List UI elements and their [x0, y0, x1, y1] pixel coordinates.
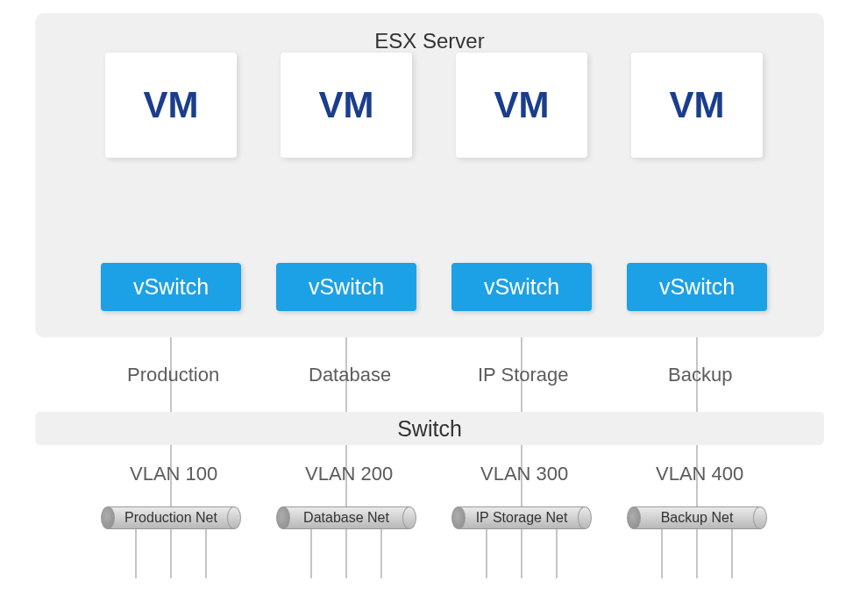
- vlan-label-200: VLAN 200: [305, 463, 393, 485]
- vswitch-label: vSwitch: [309, 274, 384, 300]
- vswitch-box-1: vSwitch: [101, 263, 241, 311]
- vm-label: VM: [670, 84, 725, 126]
- switch-bar: Switch: [35, 412, 824, 445]
- net-cyl-label: IP Storage Net: [451, 506, 592, 529]
- netlabel-database: Database: [309, 364, 391, 386]
- vswitch-box-2: vSwitch: [276, 263, 416, 311]
- vm-box-1: VM: [105, 53, 237, 158]
- vswitch-box-4: vSwitch: [627, 263, 767, 311]
- vm-label: VM: [144, 84, 199, 126]
- net-cylinder-database: Database Net: [276, 506, 416, 529]
- vm-box-4: VM: [631, 53, 763, 158]
- net-cylinder-production: Production Net: [101, 506, 241, 529]
- vswitch-box-3: vSwitch: [451, 263, 592, 311]
- diagram-canvas: ESX Server VM VM VM VM vSwitch vSwitch v…: [0, 0, 860, 616]
- vlan-label-400: VLAN 400: [656, 463, 743, 485]
- net-cylinder-backup: Backup Net: [627, 506, 767, 529]
- vm-label: VM: [319, 84, 374, 126]
- esx-server-title: ESX Server: [35, 29, 824, 53]
- netlabel-ipstorage: IP Storage: [478, 364, 569, 386]
- net-cyl-label: Backup Net: [627, 506, 767, 529]
- vlan-label-100: VLAN 100: [130, 463, 217, 485]
- net-cylinder-ipstorage: IP Storage Net: [451, 506, 592, 529]
- vswitch-label: vSwitch: [133, 274, 209, 300]
- net-cyl-label: Production Net: [101, 506, 241, 529]
- net-cyl-label: Database Net: [276, 506, 416, 529]
- vswitch-label: vSwitch: [484, 274, 559, 300]
- vm-label: VM: [494, 84, 550, 126]
- vm-box-3: VM: [456, 53, 587, 158]
- vm-box-2: VM: [281, 53, 412, 158]
- switch-label: Switch: [397, 416, 462, 442]
- netlabel-backup: Backup: [668, 364, 732, 386]
- vlan-label-300: VLAN 300: [480, 463, 568, 485]
- vswitch-label: vSwitch: [659, 274, 735, 300]
- netlabel-production: Production: [127, 364, 219, 386]
